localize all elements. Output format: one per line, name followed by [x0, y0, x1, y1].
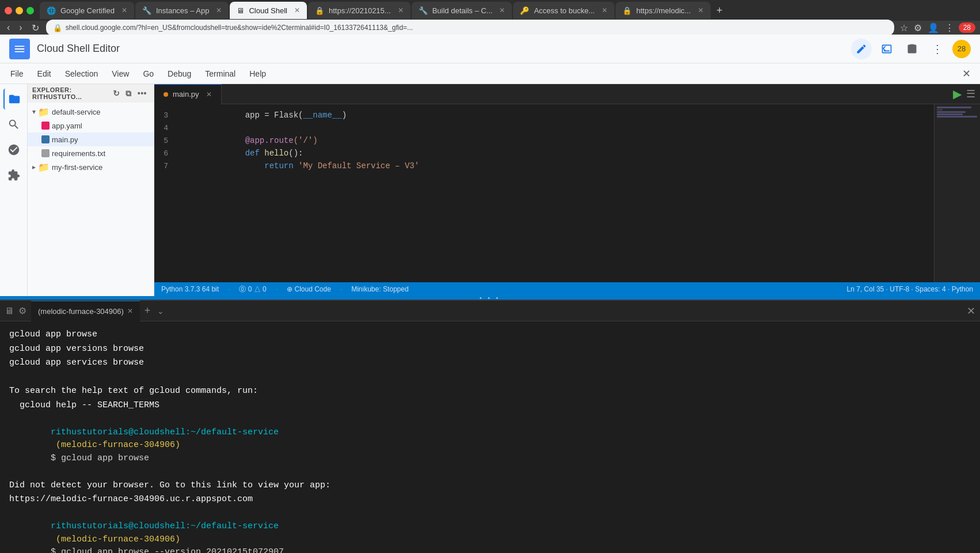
search-icon-btn[interactable]: [3, 114, 24, 135]
tab-icon: 🔧: [142, 6, 151, 15]
minikube-status: Minikube: Stopped: [351, 285, 408, 293]
menu-debug[interactable]: Debug: [162, 67, 197, 81]
pencil-icon-btn[interactable]: [851, 39, 872, 59]
editor-container: Cloud Shell Editor ⋮ 28 File Edit Select…: [0, 35, 980, 553]
chevron-right-icon: ▸: [32, 163, 36, 171]
menu-edit[interactable]: Edit: [32, 67, 57, 81]
file-main-py[interactable]: main.py: [28, 132, 154, 146]
extensions-icon-btn[interactable]: [3, 165, 24, 185]
run-button[interactable]: ▶: [953, 87, 962, 101]
header-actions: ⋮ 28: [851, 39, 971, 59]
extensions-icon[interactable]: ⚙: [913, 21, 923, 35]
tab-google-certified[interactable]: 🌐 Google Certified ✕: [40, 2, 134, 19]
terminal-tab-close-btn[interactable]: ✕: [127, 307, 133, 315]
terminal-content[interactable]: gcloud app browse gcloud app versions br…: [0, 321, 980, 553]
more-vert-icon-btn[interactable]: ⋮: [927, 39, 948, 59]
menu-file[interactable]: File: [5, 67, 29, 81]
file-app-yaml[interactable]: app.yaml: [28, 119, 154, 132]
code-content[interactable]: 3 app = Flask(__name__) 4 5 @: [154, 104, 934, 282]
cloud-code-status: ⊕ Cloud Code: [287, 285, 331, 293]
menu-help[interactable]: Help: [244, 67, 272, 81]
window-close-btn[interactable]: [5, 7, 12, 14]
tab-icon: 🔧: [419, 6, 428, 15]
tab-icon: 🔒: [315, 6, 324, 15]
window-maximize-btn[interactable]: [26, 7, 34, 14]
lock-icon: 🔒: [53, 24, 62, 32]
file-label: main.py: [52, 135, 78, 144]
explorer-header-actions: ↻ ⧉ •••: [111, 88, 149, 100]
menu-selection[interactable]: Selection: [59, 67, 104, 81]
folder-my-first-service[interactable]: ▸ 📁 my-first-service: [28, 160, 154, 174]
new-tab-button[interactable]: +: [712, 2, 728, 18]
terminal-tab-melodic[interactable]: (melodic-furnace-304906) ✕: [31, 301, 140, 321]
tab-close-btn[interactable]: ✕: [294, 6, 300, 14]
tab-label: https://20210215...: [329, 6, 391, 15]
breadcrumb-list-btn[interactable]: ☰: [966, 88, 975, 100]
menu-go[interactable]: Go: [137, 67, 159, 81]
explorer-icon-btn[interactable]: [3, 89, 24, 109]
toolbar-icons: ☆ ⚙ 👤 ⋮ 28: [899, 21, 975, 35]
tab-close-btn[interactable]: ✕: [121, 6, 127, 14]
notifications-badge[interactable]: 28: [959, 22, 975, 33]
more-icon[interactable]: ⋮: [944, 21, 955, 35]
tab-build-details[interactable]: 🔧 Build details – C... ✕: [412, 2, 512, 19]
menu-bar: File Edit Selection View Go Debug Termin…: [0, 63, 980, 84]
tab-instances-app[interactable]: 🔧 Instances – App ✕: [135, 2, 229, 19]
code-line-3: 3 app = Flask(__name__): [154, 109, 934, 122]
tab-label: Instances – App: [156, 6, 210, 15]
bookmark-icon[interactable]: ☆: [899, 21, 909, 35]
terminal-link-1[interactable]: https://melodic-furnace-304906.uc.r.apps…: [9, 493, 971, 506]
tab-access-bucket[interactable]: 🔑 Access to bucke... ✕: [513, 2, 614, 19]
folder-label: default-service: [52, 108, 101, 116]
tab-close-btn[interactable]: ✕: [398, 6, 404, 14]
forward-button[interactable]: ›: [17, 22, 24, 33]
refresh-explorer-btn[interactable]: ↻: [111, 88, 123, 100]
camera-icon-btn[interactable]: [902, 39, 922, 59]
tab-filename: main.py: [173, 90, 199, 99]
split-terminal-btn[interactable]: ⌄: [155, 306, 166, 316]
python-version: Python 3.7.3 64 bit: [161, 285, 219, 293]
git-icon-btn[interactable]: [3, 139, 24, 160]
tab-cloud-shell[interactable]: 🖥 Cloud Shell ✕: [230, 2, 307, 19]
user-avatar[interactable]: 28: [952, 40, 971, 58]
back-button[interactable]: ‹: [5, 22, 12, 33]
tab-https-melodic[interactable]: 🔒 https://melodic... ✕: [616, 2, 711, 19]
file-requirements-txt[interactable]: requirements.txt: [28, 146, 154, 160]
terminal-settings-btn[interactable]: ⚙: [18, 305, 26, 316]
py-file-icon: [41, 135, 50, 143]
tab-https-20210215[interactable]: 🔒 https://20210215... ✕: [308, 2, 411, 19]
url-bar[interactable]: 🔒 shell.cloud.google.com/?hl=en_US&fromc…: [46, 20, 894, 36]
app-title: Cloud Shell Editor: [37, 43, 120, 55]
copy-explorer-btn[interactable]: ⧉: [123, 88, 134, 100]
tab-close-btn[interactable]: ✕: [602, 6, 607, 14]
close-tab-btn[interactable]: ✕: [206, 90, 212, 99]
code-editor: main.py ✕ ▶ ☰ 3 app = Flask(__name__): [154, 84, 980, 296]
tab-close-btn[interactable]: ✕: [698, 6, 704, 14]
line-content: return 'My Default Service – V3': [177, 152, 419, 180]
minimap: [934, 104, 980, 282]
more-explorer-btn[interactable]: •••: [135, 88, 149, 100]
file-label: app.yaml: [52, 122, 82, 130]
line-content: app = Flask(__name__): [177, 104, 347, 129]
menu-terminal[interactable]: Terminal: [199, 67, 241, 81]
tab-close-btn[interactable]: ✕: [216, 6, 222, 14]
line-number: 4: [154, 124, 177, 132]
url-text: shell.cloud.google.com/?hl=en_US&fromclo…: [66, 24, 413, 32]
profile-icon[interactable]: 👤: [926, 21, 940, 35]
modified-indicator: [164, 92, 168, 97]
editor-close-btn[interactable]: ✕: [958, 65, 975, 82]
line-number: 5: [154, 137, 177, 145]
folder-default-service[interactable]: ▾ 📁 default-service: [28, 105, 154, 119]
terminal-close-btn[interactable]: ✕: [967, 305, 975, 317]
new-terminal-btn[interactable]: +: [145, 305, 151, 317]
editor-tab-main-py[interactable]: main.py ✕: [154, 84, 222, 104]
terminal-tab-label: (melodic-furnace-304906): [38, 307, 124, 316]
tab-close-btn[interactable]: ✕: [499, 6, 505, 14]
terminal-icon-btn[interactable]: [876, 39, 897, 59]
terminal-header: 🖥 ⚙ (melodic-furnace-304906) ✕ + ⌄ ✕: [0, 301, 980, 321]
browser-chrome: 🌐 Google Certified ✕ 🔧 Instances – App ✕…: [0, 0, 980, 35]
terminal-prompt-1: rithustutorials@cloudshell:~/default-ser…: [9, 413, 971, 478]
window-minimize-btn[interactable]: [16, 7, 23, 14]
menu-view[interactable]: View: [106, 67, 135, 81]
reload-button[interactable]: ↻: [29, 22, 41, 33]
